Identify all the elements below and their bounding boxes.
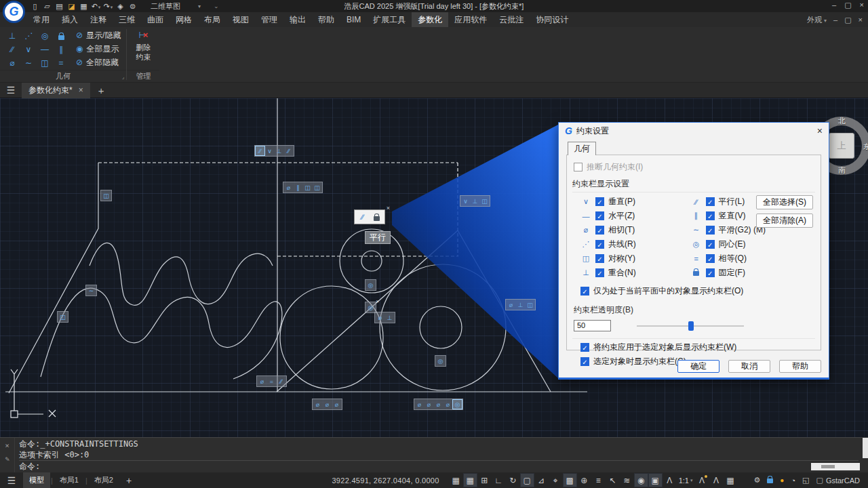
hide-all-constraints-button[interactable]: ⊘ 全部隐藏	[73, 56, 123, 69]
snap-grid-icon[interactable]: ▦	[464, 474, 477, 487]
ok-button[interactable]: 确定	[677, 360, 719, 373]
constraint-symmetric[interactable]: ◫对称(Y)	[580, 253, 691, 264]
infer-constraints-checkbox[interactable]: 推断几何约束(I)	[574, 161, 815, 173]
doc-menu-icon[interactable]: ☰	[0, 85, 22, 96]
annotation-scale-dropdown[interactable]: 1:1	[677, 476, 695, 485]
layout1-tab[interactable]: 布局1	[54, 472, 85, 488]
object-snap-icon[interactable]: ▢	[521, 474, 534, 487]
ui-lock-icon[interactable]	[767, 476, 773, 485]
tab-surface[interactable]: 曲面	[141, 12, 170, 28]
annotation-sync-icon[interactable]: Λ	[709, 474, 722, 487]
constraint-equal[interactable]: =相等(Q)	[691, 253, 802, 264]
checkbox-checked[interactable]	[580, 287, 589, 296]
dialog-close-icon[interactable]: ×	[817, 125, 823, 136]
constraint-bar[interactable]: ◎	[365, 279, 376, 291]
constraint-bar[interactable]: ∼	[85, 285, 97, 296]
delete-constraints-button[interactable]: ⊢× 删除 约束	[127, 27, 159, 62]
equal-constraint-icon[interactable]: =	[53, 56, 69, 70]
show-all-constraints-button[interactable]: ◉ 全部显示	[73, 42, 123, 56]
checkbox-checked[interactable]	[706, 211, 715, 220]
constraint-bar[interactable]: ⌀ ⌀ ⌀ ⌀ ◎	[414, 399, 463, 410]
compass-east[interactable]: 东	[863, 142, 868, 152]
horizontal-constraint-icon[interactable]: —	[37, 43, 53, 56]
tab-bim[interactable]: BIM	[340, 13, 367, 26]
constraint-bar-popup[interactable]: ∕∕ ×	[354, 209, 385, 224]
cancel-button[interactable]: 取消	[728, 360, 770, 373]
command-vertical-scrollbar[interactable]	[863, 438, 868, 458]
checkbox-checked[interactable]	[595, 254, 604, 263]
performance-gauge-icon[interactable]: ◔	[791, 476, 795, 485]
constraint-collinear[interactable]: ⋰共线(R)	[580, 239, 691, 250]
checkbox-checked[interactable]	[706, 254, 715, 263]
checkbox-checked[interactable]	[595, 226, 604, 235]
layout2-tab[interactable]: 布局2	[88, 472, 119, 488]
constraint-concentric[interactable]: ◎同心(E)	[691, 239, 802, 250]
quick-properties-icon[interactable]: ▦	[724, 474, 736, 487]
checkbox-checked[interactable]	[580, 357, 589, 366]
only-current-plane-checkbox[interactable]: 仅为处于当前平面中的对象显示约束栏(O)	[580, 285, 815, 297]
selection-cycling-icon[interactable]: ↖	[606, 474, 619, 487]
constraint-bar[interactable]: ⌀ ⊥ ◫	[505, 299, 536, 310]
command-input[interactable]: 命令:	[19, 460, 859, 471]
dynamic-input-icon[interactable]: ⊕	[578, 474, 591, 487]
tab-manage[interactable]: 管理	[255, 12, 283, 28]
command-line-panel[interactable]: × ✎ 命令:_+CONSTRAINTSETTINGS 选项卡索引 <0>:0 …	[0, 437, 868, 472]
document-tab[interactable]: 参数化约束* ×	[22, 83, 90, 98]
select-all-button[interactable]: 全部选择(S)	[756, 195, 813, 209]
checkbox-checked[interactable]	[706, 268, 715, 277]
tab-express-tools[interactable]: 扩展工具	[367, 12, 412, 28]
lineweight-icon[interactable]: ≡	[592, 474, 605, 487]
tab-3d[interactable]: 三维	[113, 12, 141, 28]
checkbox-checked[interactable]	[580, 343, 589, 352]
new-layout-icon[interactable]: +	[126, 475, 132, 486]
undo-icon[interactable]: ↶	[91, 2, 101, 11]
settings-gear-icon[interactable]: ⚙	[753, 476, 760, 485]
constraint-bar[interactable]: ◫	[100, 190, 112, 201]
tab-insert[interactable]: 插入	[56, 12, 84, 28]
popup-close-icon[interactable]: ×	[387, 205, 390, 211]
polar-tracking-icon[interactable]: ↻	[507, 474, 519, 487]
constraint-horizontal[interactable]: —水平(Z)	[580, 210, 691, 222]
tab-home[interactable]: 常用	[27, 12, 56, 28]
help-button[interactable]: 帮助	[779, 360, 821, 373]
new-tab-icon[interactable]: +	[98, 85, 104, 96]
ribbon-restore-icon[interactable]: ▢	[844, 16, 851, 24]
annotation-add-scale-icon[interactable]: Λ	[695, 474, 708, 487]
compass-top-face[interactable]: 上	[829, 133, 854, 159]
checkbox-checked[interactable]	[706, 240, 715, 249]
show-after-apply-checkbox[interactable]: 将约束应用于选定对象后显示约束栏(W)	[580, 342, 815, 353]
transparency-input[interactable]: 50	[574, 320, 611, 331]
ribbon-close-icon[interactable]: ×	[859, 16, 863, 24]
tab-view[interactable]: 视图	[226, 12, 255, 28]
panel-launcher-icon[interactable]: ⌟	[122, 74, 125, 80]
coincident-constraint-icon[interactable]: ⊥	[4, 29, 20, 43]
clean-screen-icon[interactable]: ◱	[802, 476, 809, 485]
tab-cloud-markup[interactable]: 云批注	[493, 12, 530, 28]
fixed-constraint-icon[interactable]	[53, 29, 69, 43]
minimize-button[interactable]: –	[832, 1, 836, 9]
workspace-dropdown[interactable]: 二维草图	[146, 1, 205, 12]
tab-parametric[interactable]: 参数化	[412, 12, 448, 28]
comment-icon[interactable]: ⊜	[127, 2, 138, 11]
annotation-visibility-icon[interactable]: Λ	[663, 474, 676, 487]
constraint-bar[interactable]: ∕∕ ∨ ⊥ ∕∕	[254, 145, 294, 157]
appearance-dropdown[interactable]: 外观	[807, 15, 827, 25]
new-file-icon[interactable]: ▯	[30, 2, 40, 11]
ortho-mode-icon[interactable]: ∟	[492, 474, 505, 487]
app-logo-icon[interactable]: G	[3, 1, 25, 23]
save-as-icon[interactable]: ◪	[66, 2, 77, 11]
command-horizontal-scrollbar[interactable]	[811, 463, 860, 470]
parallel-constraint-icon[interactable]: ∕∕	[4, 43, 20, 56]
constraint-perpendicular[interactable]: ∨垂直(P)	[580, 196, 691, 207]
clear-all-button[interactable]: 全部清除(A)	[756, 214, 813, 228]
concentric-constraint-icon[interactable]: ◎	[37, 29, 53, 43]
constraint-fixed[interactable]: 固定(F)	[691, 267, 802, 279]
slider-thumb[interactable]	[688, 321, 694, 331]
tab-close-icon[interactable]: ×	[79, 85, 83, 95]
switch-window-icon[interactable]: ▣	[649, 474, 662, 487]
collinear-constraint-icon[interactable]: ⋰	[20, 29, 37, 43]
bulb-icon[interactable]: ●	[780, 476, 784, 484]
3d-object-snap-icon[interactable]: ⊿	[535, 474, 548, 487]
show-hide-constraints-button[interactable]: ⊘ 显示/隐藏	[73, 28, 123, 42]
compass-south[interactable]: 南	[838, 165, 846, 176]
